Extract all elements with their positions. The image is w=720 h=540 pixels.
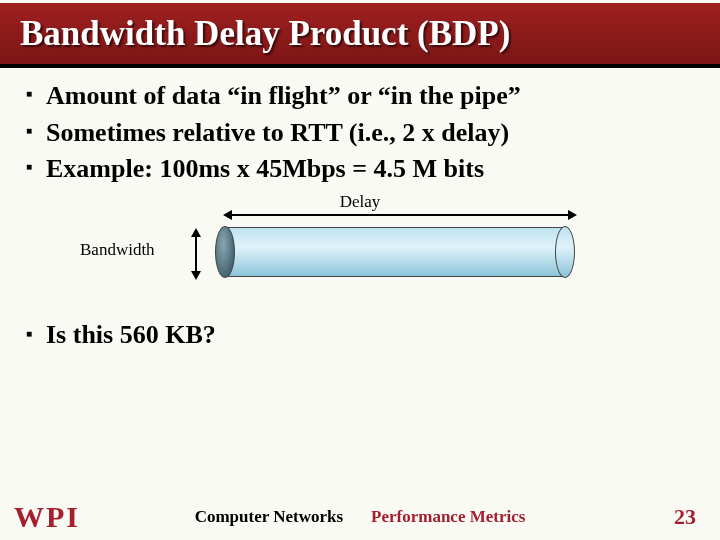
delay-label: Delay: [340, 192, 381, 212]
wpi-logo: W P I: [14, 502, 78, 532]
bullet-item: Amount of data “in flight” or “in the pi…: [26, 80, 700, 113]
bdp-diagram: Delay Bandwidth: [20, 192, 700, 312]
logo-letter: P: [46, 502, 64, 532]
slide-body: Amount of data “in flight” or “in the pi…: [0, 68, 720, 350]
footer-topic: Performance Metrics: [371, 507, 525, 527]
delay-arrow-icon: [225, 214, 575, 216]
title-band: Bandwidth Delay Product (BDP): [0, 0, 720, 68]
bandwidth-label: Bandwidth: [80, 240, 155, 260]
slide-title: Bandwidth Delay Product (BDP): [20, 14, 510, 54]
slide-footer: W P I Computer Networks Performance Metr…: [0, 502, 720, 532]
question-bullet: Is this 560 KB?: [20, 320, 700, 350]
bandwidth-arrow-icon: [195, 230, 197, 278]
pipe-illustration: [215, 227, 575, 277]
logo-letter: I: [66, 502, 78, 532]
logo-letter: W: [14, 502, 44, 532]
footer-course: Computer Networks: [195, 507, 343, 527]
footer-center: Computer Networks Performance Metrics: [195, 507, 526, 527]
bullet-item: Sometimes relative to RTT (i.e., 2 x del…: [26, 117, 700, 150]
bullet-list: Amount of data “in flight” or “in the pi…: [26, 80, 700, 186]
page-number: 23: [674, 504, 696, 530]
bullet-item: Example: 100ms x 45Mbps = 4.5 M bits: [26, 153, 700, 186]
